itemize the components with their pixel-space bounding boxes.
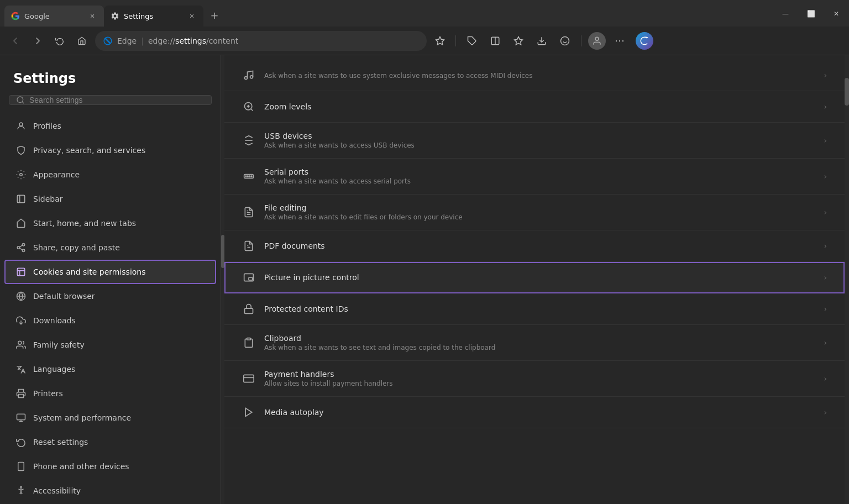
- pip-item[interactable]: Picture in picture control ›: [224, 262, 845, 293]
- svg-marker-59: [245, 408, 252, 417]
- extensions-button[interactable]: [463, 32, 481, 50]
- svg-line-19: [19, 245, 22, 247]
- settings-list: Ask when a site wants to use system excl…: [224, 55, 845, 433]
- clipboard-desc: Ask when a site wants to see text and im…: [264, 344, 815, 351]
- clipboard-content: Clipboard Ask when a site wants to see t…: [264, 334, 815, 351]
- languages-label: Languages: [33, 365, 75, 374]
- edge-logo-small: [103, 36, 113, 46]
- sidebar-item-reset[interactable]: Reset settings: [4, 430, 216, 454]
- languages-icon: [15, 364, 27, 375]
- start-label: Start, home, and new tabs: [33, 219, 136, 228]
- clipboard-title: Clipboard: [264, 334, 815, 343]
- default-icon: [15, 291, 27, 302]
- phone-label: Phone and other devices: [33, 462, 129, 471]
- svg-point-45: [245, 176, 247, 177]
- google-tab[interactable]: Google ✕: [4, 6, 104, 27]
- sidebar-item-cookies[interactable]: Cookies and site permissions: [4, 260, 216, 284]
- forward-button[interactable]: [29, 32, 46, 50]
- split-screen-button[interactable]: [486, 32, 505, 50]
- start-icon: [15, 218, 27, 229]
- google-tab-title: Google: [24, 12, 83, 20]
- search-box[interactable]: [9, 95, 212, 105]
- address-bar: Edge | edge://settings/content ⋯: [0, 27, 849, 55]
- sidebar-scrollbar-thumb[interactable]: [221, 235, 224, 268]
- downloads-icon: [15, 315, 27, 326]
- search-input[interactable]: [29, 96, 205, 104]
- window-controls: — ⬜ ✕: [773, 0, 849, 27]
- sidebar-item-sidebar[interactable]: Sidebar: [4, 187, 216, 211]
- svg-rect-28: [17, 414, 25, 420]
- payment-icon: [242, 372, 255, 385]
- media-content: Media autoplay: [264, 408, 815, 417]
- downloads-label: Downloads: [33, 316, 76, 325]
- content-scrollbar-thumb[interactable]: [845, 78, 849, 106]
- sidebar-item-default[interactable]: Default browser: [4, 284, 216, 308]
- usb-title: USB devices: [264, 132, 815, 140]
- svg-rect-13: [17, 195, 25, 203]
- clipboard-item[interactable]: Clipboard Ask when a site wants to see t…: [224, 325, 845, 361]
- collections-button[interactable]: [509, 32, 528, 50]
- refresh-button[interactable]: [51, 32, 69, 50]
- svg-rect-27: [19, 395, 24, 398]
- media-item[interactable]: Media autoplay ›: [224, 397, 845, 428]
- settings-tab-close[interactable]: ✕: [187, 11, 197, 21]
- payment-item[interactable]: Payment handlers Allow sites to install …: [224, 361, 845, 397]
- home-button[interactable]: [73, 32, 91, 50]
- svg-point-9: [17, 97, 23, 103]
- pdf-item[interactable]: PDF documents ›: [224, 230, 845, 262]
- download-button[interactable]: [532, 32, 551, 50]
- sidebar-item-phone[interactable]: Phone and other devices: [4, 454, 216, 479]
- favorite-button[interactable]: [431, 32, 449, 50]
- system-icon: [15, 412, 27, 423]
- protected-title: Protected content IDs: [264, 305, 815, 313]
- sidebar-item-accessibility[interactable]: Accessibility: [4, 479, 216, 503]
- file-editing-title: File editing: [264, 203, 815, 212]
- sidebar-item-languages[interactable]: Languages: [4, 357, 216, 381]
- clipboard-icon: [242, 336, 255, 349]
- maximize-button[interactable]: ⬜: [798, 5, 824, 23]
- edge-logo-button[interactable]: [636, 32, 653, 50]
- google-tab-close[interactable]: ✕: [87, 11, 97, 21]
- back-button[interactable]: [7, 32, 24, 50]
- more-button[interactable]: ⋯: [610, 32, 629, 50]
- sidebar-item-printers[interactable]: Printers: [4, 381, 216, 406]
- protected-item[interactable]: Protected content IDs ›: [224, 293, 845, 325]
- protected-chevron: ›: [824, 305, 827, 313]
- address-field[interactable]: Edge | edge://settings/content: [95, 31, 427, 51]
- pdf-chevron: ›: [824, 242, 827, 250]
- close-button[interactable]: ✕: [824, 5, 849, 23]
- settings-tab[interactable]: Settings ✕: [104, 6, 203, 27]
- sidebar-item-profiles[interactable]: Profiles: [4, 114, 216, 138]
- content-scrollbar-track[interactable]: [845, 55, 849, 504]
- serial-title: Serial ports: [264, 167, 815, 176]
- sidebar-item-system[interactable]: System and performance: [4, 406, 216, 430]
- zoom-title: Zoom levels: [264, 102, 815, 111]
- sidebar-item-appearance[interactable]: Appearance: [4, 162, 216, 187]
- svg-line-10: [22, 102, 24, 103]
- sidebar-title: Settings: [0, 55, 221, 95]
- svg-point-8: [595, 37, 599, 40]
- copilot-button[interactable]: [555, 32, 574, 50]
- profile-button[interactable]: [588, 32, 606, 50]
- sidebar-item-privacy[interactable]: Privacy, search, and services: [4, 138, 216, 162]
- minimize-button[interactable]: —: [773, 5, 798, 23]
- sidebar-item-start[interactable]: Start, home, and new tabs: [4, 211, 216, 235]
- svg-line-37: [251, 109, 253, 111]
- sidebar-item-family[interactable]: Family safety: [4, 333, 216, 357]
- new-tab-button[interactable]: +: [206, 6, 223, 24]
- serial-item[interactable]: Serial ports Ask when a site wants to ac…: [224, 159, 845, 195]
- usb-item[interactable]: USB devices Ask when a site wants to acc…: [224, 123, 845, 159]
- svg-point-26: [18, 341, 22, 344]
- svg-point-47: [249, 176, 250, 177]
- zoom-item[interactable]: Zoom levels ›: [224, 91, 845, 123]
- accessibility-icon: [15, 485, 27, 496]
- file-editing-item[interactable]: File editing Ask when a site wants to ed…: [224, 195, 845, 230]
- sidebar-item-share[interactable]: Share, copy and paste: [4, 235, 216, 260]
- sidebar-scrollbar-track[interactable]: [221, 55, 224, 504]
- serial-desc: Ask when a site wants to access serial p…: [264, 177, 815, 185]
- sidebar-item-downloads[interactable]: Downloads: [4, 308, 216, 333]
- midi-item[interactable]: Ask when a site wants to use system excl…: [224, 60, 845, 91]
- svg-point-46: [248, 176, 249, 177]
- search-icon: [16, 96, 25, 104]
- usb-content: USB devices Ask when a site wants to acc…: [264, 132, 815, 149]
